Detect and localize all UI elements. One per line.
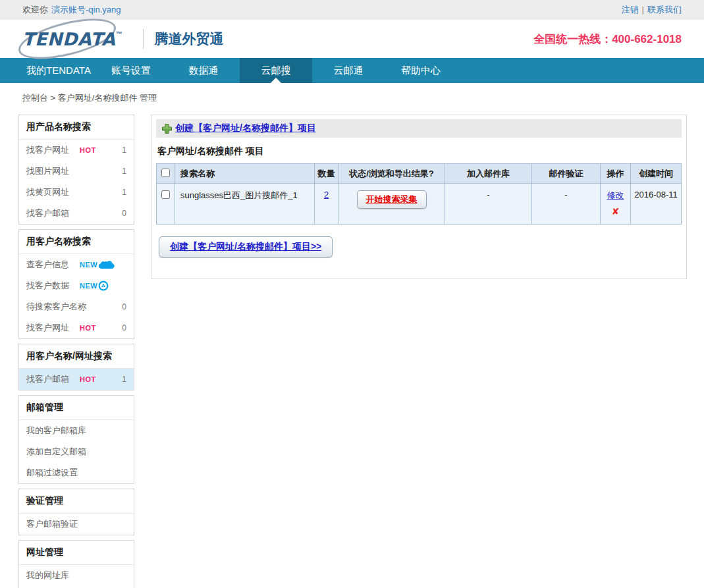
sidebar-item-label: 找客户数据 — [26, 280, 69, 292]
start-search-collect-button[interactable]: 开始搜索采集 — [357, 190, 427, 209]
quantity-link[interactable]: 2 — [324, 190, 329, 200]
sidebar-item-label: 找图片网址 — [26, 165, 69, 177]
sidebar-section-title: 用客户名称/网址搜索 — [19, 344, 134, 369]
nav-tab-help-center[interactable]: 帮助中心 — [385, 58, 457, 83]
sidebar-item-label: 我的网址库 — [26, 570, 69, 581]
contact-us-link[interactable]: 联系我们 — [647, 5, 682, 14]
select-all-checkbox[interactable] — [161, 169, 170, 177]
table-header-row: 搜索名称 数量 状态/浏览和导出结果? 加入邮件库 邮件验证 操作 创建时间 — [157, 164, 682, 184]
sidebar-section-title: 用产品名称搜索 — [19, 115, 134, 140]
column-header-search-name: 搜索名称 — [175, 164, 315, 184]
column-header-operations: 操作 — [601, 164, 631, 184]
sidebar-section-verification-management: 验证管理 客户邮箱验证 — [18, 489, 134, 535]
hot-badge: HOT — [80, 324, 96, 332]
header-divider — [143, 29, 144, 49]
row-checkbox[interactable] — [161, 190, 170, 199]
column-header-created-at: 创建时间 — [631, 164, 682, 184]
cell-created-at: 2016-08-11 — [631, 184, 682, 225]
product-name: 腾道外贸通 — [154, 30, 223, 48]
sidebar-item-label: 找客户网址 — [26, 144, 69, 156]
main-toolbar: 创建【客户网址/名称搜邮件】项目 — [156, 119, 682, 138]
panel-title: 客户网址/名称搜邮件 项目 — [157, 146, 680, 157]
sidebar-section-name-url-search: 用客户名称/网址搜索 找客户邮箱 HOT 1 — [18, 344, 134, 390]
content-area: 用产品名称搜索 找客户网址 HOT 1 找图片网址 1 找黄页网址 1 找客户邮… — [0, 113, 704, 588]
sidebar-section-mailbox-management: 邮箱管理 我的客户邮箱库 添加自定义邮箱 邮箱过滤设置 — [18, 395, 134, 484]
hot-badge: HOT — [80, 146, 96, 154]
tendata-logo[interactable]: TENDATA ™ — [22, 26, 128, 52]
plus-icon — [161, 123, 173, 134]
sidebar-item-find-image-urls[interactable]: 找图片网址 1 — [19, 161, 134, 182]
sidebar-item-add-custom-mailbox[interactable]: 添加自定义邮箱 — [19, 441, 134, 462]
breadcrumb: 控制台 > 客户网址/名称搜邮件 管理 — [0, 83, 704, 113]
column-header-status: 状态/浏览和导出结果? — [338, 164, 445, 184]
column-header-join-mail-library: 加入邮件库 — [445, 164, 532, 184]
sidebar-item-label: 邮箱过滤设置 — [26, 467, 78, 479]
nav-tab-account-settings[interactable]: 账号设置 — [95, 58, 167, 83]
create-project-link[interactable]: 创建【客户网址/名称搜邮件】项目 — [175, 122, 316, 134]
sidebar-item-my-customer-mailbox-library[interactable]: 我的客户邮箱库 — [19, 420, 134, 441]
top-utility-bar: 欢迎你 演示账号-qin.yang 注销|联系我们 — [0, 0, 704, 20]
new-badge: NEW — [80, 282, 97, 290]
sidebar-item-check-customer-info[interactable]: 查客户信息 NEW — [19, 254, 134, 275]
item-count: 0 — [122, 302, 126, 311]
trademark-symbol: ™ — [115, 30, 122, 38]
sidebar-item-find-customer-emails[interactable]: 找客户邮箱 0 — [19, 203, 134, 224]
create-project-button[interactable]: 创建【客户网址/名称搜邮件】项目>> — [159, 236, 333, 257]
sidebar-item-label: 查客户信息 — [26, 259, 69, 271]
sidebar-section-title: 网址管理 — [19, 541, 134, 565]
nav-tab-data-tong[interactable]: 数据通 — [167, 58, 240, 83]
sidebar-section-url-management: 网址管理 我的网址库 网址过滤设置 — [18, 540, 134, 588]
column-header-quantity: 数量 — [315, 164, 338, 184]
item-count: 1 — [122, 146, 126, 155]
cell-join-mail-library: - — [445, 184, 532, 225]
item-count: 0 — [122, 323, 126, 333]
item-count: 1 — [122, 167, 126, 176]
edit-link[interactable]: 修改 — [601, 190, 630, 201]
sidebar-section-product-name-search: 用产品名称搜索 找客户网址 HOT 1 找图片网址 1 找黄页网址 1 找客户邮… — [18, 115, 134, 225]
item-count: 1 — [122, 188, 126, 197]
nav-tab-cloud-mail-search[interactable]: 云邮搜 — [240, 58, 312, 83]
sidebar-item-find-customer-data[interactable]: 找客户数据 NEW — [19, 275, 134, 296]
sidebar-section-title: 用客户名称搜索 — [19, 230, 134, 254]
table-row: sunglasses巴西_图片搜邮件_1 2 开始搜索采集 - - 修改 ✘ 2… — [157, 184, 682, 225]
sidebar-item-my-url-library[interactable]: 我的网址库 — [19, 565, 134, 586]
nav-tab-cloud-mail-tong[interactable]: 云邮通 — [312, 58, 385, 83]
welcome-text: 欢迎你 — [22, 4, 48, 16]
salesforce-cloud-icon — [98, 260, 115, 270]
sidebar-item-label: 找客户网址 — [26, 322, 69, 334]
hotline-label: 全国统一热线： — [533, 33, 612, 45]
sidebar-item-label: 找客户邮箱 — [26, 373, 69, 385]
sidebar-section-title: 验证管理 — [19, 489, 134, 514]
sidebar-item-find-yellowpage-urls[interactable]: 找黄页网址 1 — [19, 182, 134, 203]
sidebar-item-label: 待搜索客户名称 — [26, 301, 86, 313]
delete-x-icon[interactable]: ✘ — [601, 206, 630, 217]
account-link[interactable]: 演示账号-qin.yang — [51, 4, 121, 16]
hotline-number: 400-662-1018 — [612, 33, 682, 45]
cell-mail-verification: - — [532, 184, 601, 225]
hot-badge: HOT — [80, 375, 96, 383]
hotline-text: 全国统一热线：400-662-1018 — [533, 32, 682, 47]
projects-table: 搜索名称 数量 状态/浏览和导出结果? 加入邮件库 邮件验证 操作 创建时间 s… — [156, 163, 682, 225]
column-header-mail-verification: 邮件验证 — [532, 164, 601, 184]
sidebar-item-mailbox-filter-settings[interactable]: 邮箱过滤设置 — [19, 462, 134, 483]
sidebar-item-label: 我的客户邮箱库 — [26, 425, 86, 437]
sidebar-item-find-customer-urls-2[interactable]: 找客户网址 HOT 0 — [19, 317, 134, 338]
main-navbar: 我的TENDATA 账号设置 数据通 云邮搜 云邮通 帮助中心 — [0, 58, 704, 83]
sidebar: 用产品名称搜索 找客户网址 HOT 1 找图片网址 1 找黄页网址 1 找客户邮… — [18, 115, 134, 588]
sidebar-section-title: 邮箱管理 — [19, 396, 134, 420]
sidebar-item-customer-email-verification[interactable]: 客户邮箱验证 — [19, 514, 134, 535]
sidebar-item-label: 找客户邮箱 — [26, 207, 69, 219]
sidebar-item-find-customer-emails-active[interactable]: 找客户邮箱 HOT 1 — [19, 369, 134, 390]
link-separator: | — [642, 5, 644, 14]
item-count: 0 — [122, 209, 126, 218]
sidebar-item-pending-customer-names[interactable]: 待搜索客户名称 0 — [19, 296, 134, 317]
sidebar-section-customer-name-search: 用客户名称搜索 查客户信息 NEW 找客户数据 NEW 待搜索客户名称 0 — [18, 229, 134, 339]
new-badge: NEW — [80, 261, 97, 269]
logout-link[interactable]: 注销 — [622, 5, 639, 14]
main-panel: 创建【客户网址/名称搜邮件】项目 客户网址/名称搜邮件 项目 搜索名称 数量 状… — [151, 115, 687, 279]
nav-tab-my-tendata[interactable]: 我的TENDATA — [22, 58, 95, 83]
page-header: TENDATA ™ 腾道外贸通 全国统一热线：400-662-1018 — [0, 20, 704, 58]
compass-circle-icon — [98, 281, 109, 291]
sidebar-item-find-customer-urls[interactable]: 找客户网址 HOT 1 — [19, 140, 134, 161]
item-count: 1 — [122, 375, 126, 384]
